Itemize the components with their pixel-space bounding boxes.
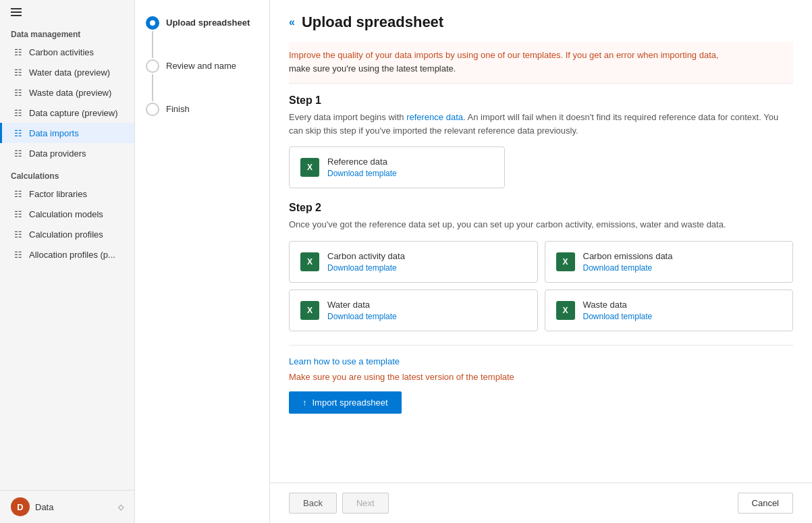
- learn-link[interactable]: Learn how to use a template: [289, 356, 793, 366]
- sidebar: Data management ☷ Carbon activities ☷ Wa…: [0, 0, 135, 523]
- page-title-row: « Upload spreadsheet: [289, 13, 793, 31]
- reference-data-name: Reference data: [327, 157, 397, 167]
- footer-chevron-icon: ◇: [118, 503, 124, 512]
- template-info-water: Water data Download template: [327, 300, 397, 321]
- content-area: « Upload spreadsheet Improve the quality…: [270, 0, 812, 483]
- template-grid-step1: X Reference data Download template: [289, 146, 505, 188]
- step-upload-circle: [146, 16, 159, 30]
- sidebar-item-data-capture[interactable]: ☷ Data capture (preview): [0, 103, 134, 123]
- carbon-emissions-name: Carbon emissions data: [583, 251, 673, 261]
- sidebar-section-data-management: Data management: [0, 22, 134, 42]
- upload-icon: ↑: [302, 397, 307, 408]
- sidebar-item-label: Data providers: [29, 148, 86, 159]
- water-data-card[interactable]: X Water data Download template: [289, 290, 538, 331]
- step-review-indicator: [146, 59, 159, 103]
- template-grid-step2: X Carbon activity data Download template…: [289, 241, 793, 331]
- step-review-circle: [146, 59, 159, 73]
- sidebar-item-carbon-activities[interactable]: ☷ Carbon activities: [0, 42, 134, 62]
- sidebar-item-factor-libraries[interactable]: ☷ Factor libraries: [0, 184, 134, 204]
- sidebar-item-data-imports[interactable]: ☷ Data imports: [0, 123, 134, 143]
- waste-data-name: Waste data: [583, 300, 653, 310]
- excel-icon-reference: X: [300, 158, 319, 177]
- step-finish-circle: [146, 103, 159, 116]
- template-info-carbon-activity: Carbon activity data Download template: [327, 251, 405, 273]
- reference-data-download-link[interactable]: Download template: [327, 169, 397, 178]
- sidebar-item-water-data[interactable]: ☷ Water data (preview): [0, 62, 134, 82]
- step-upload-indicator: [146, 16, 159, 59]
- template-info-carbon-emissions: Carbon emissions data Download template: [583, 251, 673, 273]
- excel-icon-carbon-activity: X: [300, 252, 319, 271]
- sidebar-item-label: Waste data (preview): [29, 88, 111, 98]
- main-content: « Upload spreadsheet Improve the quality…: [270, 0, 812, 523]
- allocation-profiles-icon: ☷: [13, 249, 24, 260]
- carbon-emissions-download-link[interactable]: Download template: [583, 263, 673, 273]
- cancel-button[interactable]: Cancel: [738, 493, 793, 514]
- step2-description: Once you've got the reference data set u…: [289, 218, 793, 231]
- carbon-emissions-card[interactable]: X Carbon emissions data Download templat…: [545, 241, 794, 283]
- waste-download-link[interactable]: Download template: [583, 312, 653, 321]
- data-providers-icon: ☷: [13, 148, 24, 159]
- info-banner-highlighted: Improve the quality of your data imports…: [289, 50, 719, 60]
- sidebar-item-calculation-profiles[interactable]: ☷ Calculation profiles: [0, 224, 134, 244]
- factor-libraries-icon: ☷: [13, 188, 24, 199]
- carbon-activity-download-link[interactable]: Download template: [327, 263, 405, 273]
- carbon-activity-card[interactable]: X Carbon activity data Download template: [289, 241, 538, 283]
- step-review: Review and name: [146, 59, 259, 103]
- reference-data-card[interactable]: X Reference data Download template: [289, 146, 505, 188]
- page-title: Upload spreadsheet: [302, 13, 443, 31]
- next-button[interactable]: Next: [342, 493, 389, 514]
- sidebar-footer[interactable]: D Data ◇: [0, 490, 134, 523]
- back-button[interactable]: Back: [289, 493, 337, 514]
- step-finish-label: Finish: [166, 103, 190, 114]
- import-spreadsheet-button[interactable]: ↑ Import spreadsheet: [289, 391, 402, 414]
- import-button-label: Import spreadsheet: [313, 397, 388, 408]
- info-banner: Improve the quality of your data imports…: [289, 42, 793, 84]
- data-capture-icon: ☷: [13, 107, 24, 118]
- water-download-link[interactable]: Download template: [327, 312, 397, 321]
- carbon-activity-name: Carbon activity data: [327, 251, 405, 261]
- data-imports-icon: ☷: [13, 128, 24, 138]
- avatar: D: [11, 497, 30, 516]
- sidebar-item-data-providers[interactable]: ☷ Data providers: [0, 143, 134, 163]
- step-finish-indicator: [146, 103, 159, 116]
- step-upload-label: Upload spreadsheet: [166, 16, 250, 28]
- sidebar-item-label: Allocation profiles (p...: [29, 250, 115, 260]
- calculation-models-icon: ☷: [13, 209, 24, 219]
- waste-data-icon: ☷: [13, 87, 24, 98]
- sidebar-item-label: Carbon activities: [29, 47, 94, 57]
- sidebar-item-label: Calculation profiles: [29, 229, 103, 240]
- sidebar-item-label: Factor libraries: [29, 189, 87, 199]
- sidebar-item-allocation-profiles[interactable]: ☷ Allocation profiles (p...: [0, 244, 134, 265]
- reference-data-link[interactable]: reference data: [406, 112, 463, 122]
- stepper-panel: Upload spreadsheet Review and name Finis…: [135, 0, 270, 523]
- footer-label: Data: [35, 502, 113, 512]
- sidebar-item-label: Data imports: [29, 128, 79, 138]
- water-data-icon: ☷: [13, 67, 24, 78]
- sidebar-header: [0, 0, 134, 22]
- back-arrows-icon[interactable]: «: [289, 16, 295, 28]
- sidebar-item-label: Calculation models: [29, 209, 103, 219]
- divider: [289, 345, 793, 346]
- sidebar-item-waste-data[interactable]: ☷ Waste data (preview): [0, 82, 134, 103]
- step-review-label: Review and name: [166, 59, 236, 71]
- waste-data-card[interactable]: X Waste data Download template: [545, 290, 794, 331]
- step-upload: Upload spreadsheet: [146, 16, 259, 59]
- water-data-name: Water data: [327, 300, 397, 310]
- step-line-1: [152, 31, 153, 58]
- calculation-profiles-icon: ☷: [13, 229, 24, 240]
- info-banner-normal: make sure you're using the latest templa…: [289, 63, 456, 74]
- sidebar-item-calculation-models[interactable]: ☷ Calculation models: [0, 204, 134, 224]
- template-info-waste: Waste data Download template: [583, 300, 653, 321]
- sidebar-section-calculations: Calculations: [0, 163, 134, 184]
- excel-icon-waste: X: [556, 301, 575, 320]
- carbon-activities-icon: ☷: [13, 47, 24, 57]
- step-line-2: [152, 74, 153, 101]
- excel-icon-carbon-emissions: X: [556, 252, 575, 271]
- hamburger-icon[interactable]: [11, 8, 22, 16]
- step2-section: Step 2 Once you've got the reference dat…: [289, 202, 793, 331]
- step1-title: Step 1: [289, 94, 793, 107]
- warning-text: Make sure you are using the latest versi…: [289, 372, 793, 382]
- step1-description: Every data import begins with reference …: [289, 111, 793, 137]
- footer-nav: Back Next Cancel: [270, 483, 812, 523]
- step-finish: Finish: [146, 103, 259, 116]
